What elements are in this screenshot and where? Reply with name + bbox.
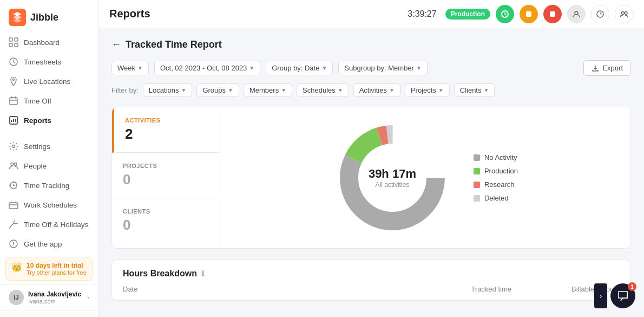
- group-by-chevron: ▼: [321, 65, 327, 71]
- filterby-row: Filter by: Locations ▼ Groups ▼ Members …: [111, 83, 631, 97]
- dashboard-label: Dashboard: [24, 38, 60, 47]
- breakdown-columns: Date Tracked time Billable amount: [112, 279, 630, 300]
- filter-locations[interactable]: Locations ▼: [143, 83, 193, 97]
- svg-rect-2: [15, 38, 18, 41]
- clients-value: 0: [123, 217, 209, 234]
- svg-rect-3: [9, 43, 12, 47]
- breakdown-title: Hours Breakdown: [123, 269, 197, 279]
- user-avatar: IJ: [9, 290, 24, 305]
- filter-clients-chevron: ▼: [484, 87, 489, 93]
- export-icon: [592, 64, 599, 72]
- nav-item-timesheets[interactable]: Timesheets: [0, 52, 98, 72]
- nav-item-reports[interactable]: Reports: [0, 111, 98, 130]
- header-right: 3:39:27 Production: [408, 5, 633, 23]
- timesheets-icon: [9, 57, 18, 67]
- header-time: 3:39:27: [408, 9, 436, 19]
- legend-label-no-activity: No Activity: [484, 153, 517, 161]
- report-back-bar: ← Tracked Time Report: [111, 39, 631, 50]
- period-type-chevron: ▼: [137, 65, 143, 71]
- filter-activities-label: Activities: [359, 86, 387, 94]
- filter-activities[interactable]: Activities ▼: [353, 83, 400, 97]
- nav-item-settings[interactable]: Settings: [0, 137, 98, 156]
- nav-item-time-tracking[interactable]: Time Tracking: [0, 176, 98, 195]
- subgroup-by-label: Subgroup by: Member: [344, 64, 414, 72]
- filter-schedules-label: Schedules: [303, 86, 336, 94]
- filter-projects-chevron: ▼: [438, 87, 444, 93]
- projects-stat: PROJECTS 0: [112, 153, 220, 198]
- user-email: Ivana.com: [28, 298, 83, 305]
- chat-expand-button[interactable]: ›: [594, 283, 607, 308]
- chat-bubble-button[interactable]: 1: [610, 283, 635, 308]
- reports-label: Reports: [24, 117, 51, 125]
- date-range-label: Oct, 02 2023 - Oct, 08 2023: [160, 64, 247, 72]
- svg-point-20: [622, 11, 625, 14]
- back-button[interactable]: ←: [111, 39, 121, 50]
- week-filter-button[interactable]: Week ▼: [111, 61, 149, 75]
- filter-schedules[interactable]: Schedules ▼: [297, 83, 349, 97]
- projects-label: PROJECTS: [123, 163, 209, 169]
- breakdown-section: Hours Breakdown ℹ Date Tracked time Bill…: [111, 260, 631, 301]
- get-app-item[interactable]: Get the app: [0, 234, 98, 254]
- user-name: Ivana Jakovljevic: [28, 290, 83, 298]
- production-badge[interactable]: Production: [445, 9, 490, 20]
- filter-members[interactable]: Members ▼: [244, 83, 292, 97]
- period-type-label: Week: [117, 64, 135, 72]
- filter-clients[interactable]: Clients ▼: [454, 83, 495, 97]
- nav-item-time-off-holidays[interactable]: Time Off & Holidays: [0, 215, 98, 234]
- subgroup-by-button[interactable]: Subgroup by: Member ▼: [338, 61, 428, 75]
- clients-stat: CLIENTS 0: [112, 198, 220, 243]
- svg-point-6: [13, 79, 15, 81]
- projects-value: 0: [123, 171, 209, 188]
- sidebar: Jibble Dashboard Timesheets Live Locatio…: [0, 0, 98, 317]
- dashboard-icon: [9, 37, 18, 47]
- nav-item-live-locations[interactable]: Live Locations: [0, 72, 98, 91]
- legend-dot-no-activity: [474, 154, 480, 161]
- breakdown-info-icon[interactable]: ℹ: [201, 269, 204, 278]
- filter-projects-label: Projects: [411, 86, 436, 94]
- svg-rect-16: [526, 11, 531, 17]
- trial-sub: Try other plans for free: [27, 269, 87, 276]
- chat-icon: [617, 290, 629, 302]
- time-off-holidays-label: Time Off & Holidays: [24, 221, 88, 229]
- team-button[interactable]: [615, 5, 633, 23]
- filter-projects[interactable]: Projects ▼: [405, 83, 450, 97]
- live-locations-icon: [9, 76, 18, 86]
- svg-rect-7: [10, 98, 17, 105]
- breakdown-header: Hours Breakdown ℹ: [112, 260, 630, 279]
- collapse-button[interactable]: COLLAPSE: [0, 310, 98, 317]
- jibble-logo-text: Jibble: [30, 12, 58, 23]
- time-tracking-icon: [9, 180, 18, 190]
- nav-item-dashboard[interactable]: Dashboard: [0, 33, 98, 52]
- time-tracking-label: Time Tracking: [24, 182, 69, 190]
- donut-time: 39h 17m: [369, 167, 416, 181]
- filter-members-label: Members: [249, 86, 279, 94]
- user-chevron-icon: ›: [87, 294, 89, 301]
- stats-column: ACTIVITIES 2 PROJECTS 0 CLIENTS 0: [112, 107, 220, 248]
- nav-item-work-schedules[interactable]: Work Schedules: [0, 195, 98, 215]
- svg-rect-17: [550, 11, 555, 17]
- filter-members-chevron: ▼: [281, 87, 286, 93]
- donut-chart: 39h 17m All activities: [333, 118, 452, 237]
- settings-icon: [9, 141, 18, 151]
- clients-label: CLIENTS: [123, 208, 209, 215]
- clock-in-button[interactable]: [496, 5, 514, 23]
- stop-button[interactable]: [543, 5, 562, 23]
- date-range-button[interactable]: Oct, 02 2023 - Oct, 08 2023 ▼: [154, 61, 260, 75]
- content-area: ← Tracked Time Report Week ▼ Oct, 02 202…: [98, 28, 644, 317]
- user-row[interactable]: IJ Ivana Jakovljevic Ivana.com ›: [0, 284, 98, 310]
- activity-button[interactable]: [520, 5, 538, 23]
- profile-button[interactable]: [567, 5, 586, 23]
- chat-badge: 1: [628, 282, 636, 291]
- svg-point-9: [12, 145, 15, 148]
- time-off-label: Time Off: [24, 97, 51, 105]
- work-schedules-icon: [9, 200, 18, 210]
- group-by-button[interactable]: Group by: Date ▼: [266, 61, 333, 75]
- help-button[interactable]: [591, 5, 609, 23]
- nav-item-people[interactable]: People: [0, 156, 98, 176]
- reports-icon: [9, 115, 18, 125]
- export-button[interactable]: Export: [583, 60, 631, 76]
- trial-banner[interactable]: 👑 10 days left in trial Try other plans …: [5, 257, 93, 281]
- legend-dot-production: [474, 168, 480, 174]
- nav-item-time-off[interactable]: Time Off: [0, 91, 98, 111]
- filter-groups[interactable]: Groups ▼: [196, 83, 239, 97]
